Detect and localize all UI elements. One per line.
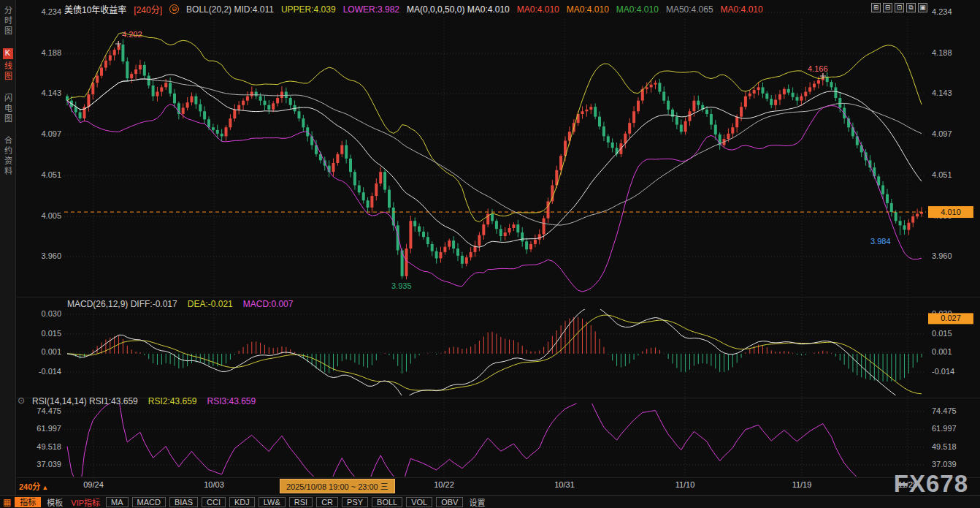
date-label: 09/24 bbox=[83, 480, 104, 489]
svg-text:49.518: 49.518 bbox=[932, 442, 957, 451]
svg-text:4.051: 4.051 bbox=[41, 170, 61, 179]
svg-text:37.039: 37.039 bbox=[932, 460, 957, 469]
svg-text:49.518: 49.518 bbox=[37, 442, 61, 451]
svg-text:0.027: 0.027 bbox=[941, 314, 961, 322]
sidebar-item-label: 线图 bbox=[4, 61, 12, 82]
single-pane-icon[interactable]: ⊡ bbox=[895, 3, 904, 12]
maximize-icon[interactable]: ▣ bbox=[918, 3, 927, 12]
toolbar-tab-settings[interactable]: 设置 bbox=[467, 496, 487, 508]
svg-text:74.475: 74.475 bbox=[37, 406, 61, 415]
toolbar-tab-ma[interactable]: MA bbox=[106, 497, 129, 507]
svg-text:3.935: 3.935 bbox=[391, 281, 412, 290]
rsi-header: RSI(14,14,14) RSI1:43.659RSI2:43.659RSI3… bbox=[32, 396, 256, 406]
svg-text:4.051: 4.051 bbox=[932, 170, 952, 179]
svg-text:0.015: 0.015 bbox=[41, 329, 61, 338]
indicator-readout-5: MA0:4.010 bbox=[567, 4, 609, 15]
date-label: 10/22 bbox=[434, 480, 454, 489]
toolbar-tab-template[interactable]: 模板 bbox=[45, 496, 65, 508]
toolbar-tab-vip-indicator[interactable]: VIP指标 bbox=[69, 496, 102, 508]
grid-layout-icon[interactable]: ⊞ bbox=[871, 3, 881, 12]
toolbar-tab-cr[interactable]: CR bbox=[316, 497, 338, 507]
toolbar-tab-indicator[interactable]: 指标 bbox=[15, 497, 41, 507]
horizontal-split-icon[interactable]: ⊟ bbox=[883, 3, 892, 12]
indicator-readout-7: MA50:4.065 bbox=[666, 4, 713, 15]
svg-text:61.997: 61.997 bbox=[932, 424, 957, 433]
date-label: 10/31 bbox=[554, 480, 575, 489]
toolbar-tab-vol[interactable]: VOL bbox=[406, 497, 432, 507]
sidebar-item-time-chart[interactable]: 分时图 bbox=[3, 6, 13, 37]
chart-canvas[interactable]: 4.2344.2344.1884.1884.1434.1434.0974.097… bbox=[0, 0, 980, 508]
svg-text:4.166: 4.166 bbox=[808, 64, 828, 73]
window-controls: ⊞⊟⊡⧉▣ bbox=[871, 3, 927, 12]
toolbar-tab-kdj[interactable]: KDJ bbox=[229, 497, 255, 507]
toolbar-tab-psy[interactable]: PSY bbox=[342, 497, 368, 507]
toolbar-tab-cci[interactable]: CCI bbox=[202, 497, 226, 507]
indicator-readout-1: UPPER:4.039 bbox=[281, 4, 336, 15]
period-badge[interactable]: [240分] bbox=[134, 3, 162, 15]
fx678-watermark: FX678 bbox=[894, 470, 968, 498]
svg-text:4.202: 4.202 bbox=[122, 30, 142, 39]
indicator-readout-0: BOLL(20,2) MID:4.011 bbox=[186, 4, 274, 15]
svg-text:4.097: 4.097 bbox=[932, 129, 952, 138]
date-range-tooltip: 2025/10/08 19:00 ~ 23:00 三 bbox=[280, 479, 395, 493]
indicator-readout-2: LOWER:3.982 bbox=[343, 4, 399, 15]
instrument-title: 美债10年收益率 bbox=[64, 3, 126, 15]
date-label: 11/10 bbox=[675, 480, 695, 489]
svg-text:0.015: 0.015 bbox=[932, 329, 952, 338]
indicator-readout-4: MA0:4.010 bbox=[517, 4, 559, 15]
svg-text:4.188: 4.188 bbox=[41, 48, 61, 57]
toolbar-tabs: 指标模板VIP指标MAMACDBIASCCIKDJLW&RSICRPSYBOLL… bbox=[15, 496, 487, 508]
svg-text:0.001: 0.001 bbox=[41, 347, 61, 356]
indicator-readout-6: MA0:4.010 bbox=[616, 4, 659, 15]
toolbar-tab-rsi[interactable]: RSI bbox=[289, 497, 313, 507]
svg-text:3.984: 3.984 bbox=[870, 237, 891, 246]
sidebar-item-kline-chart[interactable]: K线图 bbox=[3, 48, 13, 82]
macd-value-0: MACD(26,12,9) DIFF:-0.017 bbox=[67, 299, 177, 309]
toolbar-tab-lwr[interactable]: LW& bbox=[259, 497, 286, 507]
svg-text:4.234: 4.234 bbox=[41, 7, 61, 16]
overlay-windows-icon[interactable]: ⧉ bbox=[906, 3, 916, 12]
svg-text:4.143: 4.143 bbox=[932, 88, 952, 97]
indicator-readouts: BOLL(20,2) MID:4.011UPPER:4.039LOWER:3.9… bbox=[186, 4, 763, 15]
toolbar-tab-macd[interactable]: MACD bbox=[132, 497, 166, 507]
svg-text:3.960: 3.960 bbox=[41, 251, 61, 260]
svg-text:37.039: 37.039 bbox=[37, 460, 61, 469]
active-chart-badge: K bbox=[3, 48, 13, 59]
sidebar-item-contract-info[interactable]: 合约资料 bbox=[3, 136, 13, 177]
svg-text:4.010: 4.010 bbox=[941, 208, 961, 216]
sidebar: 分时图K线图闪电图合约资料 bbox=[0, 0, 16, 508]
rsi-value-1: RSI2:43.659 bbox=[148, 396, 197, 406]
indicator-grid-icon[interactable]: ▦ bbox=[3, 497, 11, 507]
period-selector[interactable]: 240分▲ bbox=[19, 480, 48, 492]
period-selector-label: 240分 bbox=[19, 482, 40, 491]
chart-app: 4.2344.2344.1884.1884.1434.1434.0974.097… bbox=[0, 0, 980, 508]
svg-text:3.960: 3.960 bbox=[932, 251, 952, 260]
link-icon[interactable]: ⊖ bbox=[169, 4, 179, 14]
svg-text:4.143: 4.143 bbox=[41, 88, 61, 97]
svg-text:-0.014: -0.014 bbox=[39, 367, 61, 376]
chart-header: 美债10年收益率 [240分] ⊖ BOLL(20,2) MID:4.011UP… bbox=[64, 3, 763, 15]
svg-text:4.005: 4.005 bbox=[41, 211, 61, 220]
svg-text:61.997: 61.997 bbox=[37, 424, 61, 433]
toolbar-tab-obv[interactable]: OBV bbox=[436, 497, 463, 507]
svg-text:4.097: 4.097 bbox=[41, 129, 61, 138]
indicator-settings-icon[interactable]: ⊙ bbox=[18, 395, 25, 406]
svg-text:74.475: 74.475 bbox=[932, 406, 957, 415]
date-label: 11/19 bbox=[792, 480, 812, 489]
date-axis: 240分▲ 2025/10/08 19:00 ~ 23:00 三 09/2410… bbox=[0, 479, 980, 491]
macd-value-1: DEA:-0.021 bbox=[188, 299, 233, 309]
svg-text:0.030: 0.030 bbox=[41, 309, 61, 318]
sidebar-item-lightning-chart[interactable]: 闪电图 bbox=[3, 94, 13, 124]
macd-header: MACD(26,12,9) DIFF:-0.017DEA:-0.021MACD:… bbox=[67, 299, 293, 309]
rsi-value-2: RSI3:43.659 bbox=[207, 396, 256, 406]
indicator-readout-3: MA(0,0,0,50,0) MA0:4.010 bbox=[407, 4, 510, 15]
svg-text:-0.014: -0.014 bbox=[932, 367, 954, 376]
toolbar-tab-bias[interactable]: BIAS bbox=[169, 497, 198, 507]
svg-text:4.234: 4.234 bbox=[932, 7, 952, 16]
svg-text:4.188: 4.188 bbox=[932, 48, 952, 57]
rsi-value-0: RSI(14,14,14) RSI1:43.659 bbox=[32, 396, 138, 406]
indicator-readout-8: MA0:4.010 bbox=[721, 4, 763, 15]
toolbar: ▦ 指标模板VIP指标MAMACDBIASCCIKDJLW&RSICRPSYBO… bbox=[0, 495, 980, 508]
macd-value-2: MACD:0.007 bbox=[243, 299, 294, 309]
toolbar-tab-boll[interactable]: BOLL bbox=[372, 497, 402, 507]
